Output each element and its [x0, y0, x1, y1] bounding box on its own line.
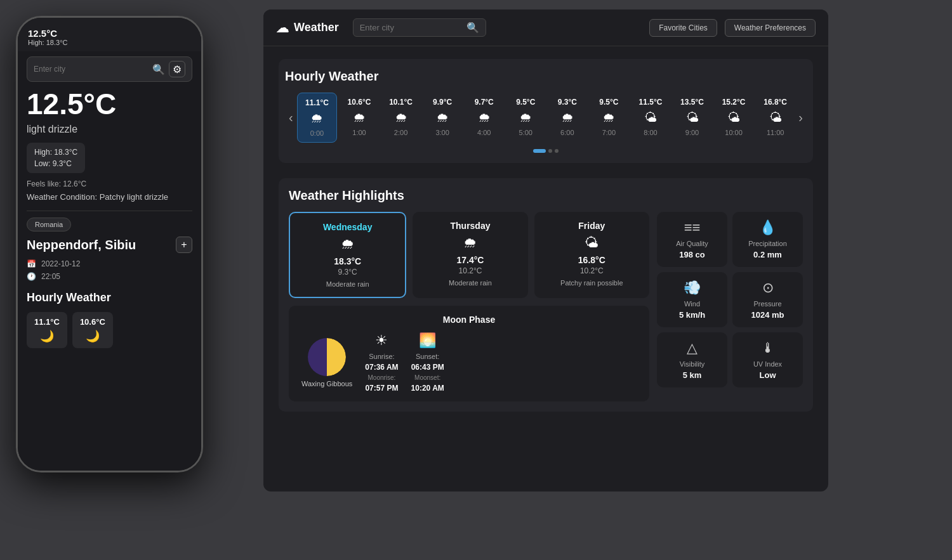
day-weather-icon-0: 🌧: [341, 236, 355, 252]
phone-settings-button[interactable]: ⚙: [169, 61, 185, 77]
phone-search-input[interactable]: [34, 65, 149, 74]
stat-label-1: Precipitation: [748, 240, 787, 247]
moon-phase-card: Moon Phase Waxing Gibbous: [289, 306, 649, 401]
search-bar[interactable]: 🔍: [353, 18, 486, 37]
stats-row-2: △ Visibility 5 km 🌡 UV Index Low: [657, 332, 803, 387]
weather-preferences-button[interactable]: Weather Preferences: [725, 19, 816, 37]
hourly-item-4[interactable]: 9.7°C 🌧 4:00: [465, 93, 504, 143]
phone-time-row: 🕐 22:05: [27, 272, 192, 281]
hourly-item-9[interactable]: 13.5°C 🌤 9:00: [673, 93, 712, 143]
stat-label-5: UV Index: [753, 360, 782, 368]
weather-highlights-title: Weather Highlights: [289, 188, 803, 203]
hourly-temp-3: 9.9°C: [433, 98, 452, 107]
favorite-cities-button[interactable]: Favorite Cities: [649, 19, 717, 37]
clock-icon: 🕐: [27, 272, 36, 281]
day-name-2: Friday: [578, 221, 605, 231]
day-high-1: 17.4°C: [457, 255, 484, 265]
hourly-item-0[interactable]: 11.1°C 🌧 0:00: [297, 93, 338, 143]
hourly-prev-button[interactable]: ‹: [285, 110, 297, 125]
hourly-item-1[interactable]: 10.6°C 🌧 1:00: [340, 93, 379, 143]
day-low-1: 10.2°C: [459, 266, 482, 275]
hourly-temp-6: 9.3°C: [558, 98, 577, 107]
hourly-weather-icon-9: 🌤: [686, 110, 699, 125]
phone-divider: [27, 211, 192, 211]
hourly-items-list: 11.1°C 🌧 0:00 10.6°C 🌧 1:00 10.1°C 🌧 2:0…: [297, 93, 795, 143]
hourly-weather-icon-11: 🌤: [769, 110, 782, 125]
phone-top-bar: 12.5°C High: 18.3°C: [18, 18, 201, 51]
phone-hourly-icon-0: 🌙: [40, 329, 54, 343]
stat-value-2: 5 km/h: [679, 310, 705, 320]
hourly-item-8[interactable]: 11.5°C 🌤 8:00: [631, 93, 670, 143]
day-card-thursday[interactable]: Thursday 🌧 17.4°C 10.2°C Moderate rain: [413, 212, 527, 298]
phone-weather-condition: Weather Condition: Patchy light drizzle: [27, 192, 192, 202]
sunset-icon: 🌅: [419, 332, 436, 349]
phone-hourly-title: Hourly Weather: [27, 291, 192, 304]
hourly-time-11: 11:00: [767, 129, 784, 136]
topbar: ☁ Weather 🔍 Favorite Cities Weather Pref…: [263, 10, 828, 46]
moon-image: [308, 338, 346, 376]
hourly-item-3[interactable]: 9.9°C 🌧 3:00: [423, 93, 462, 143]
moonset-label: Moonset:: [414, 374, 440, 381]
stat-card-precipitation: 💧 Precipitation 0.2 mm: [732, 212, 803, 267]
hourly-item-2[interactable]: 10.1°C 🌧 2:00: [381, 93, 421, 143]
sunrise-time: 07:36 AM: [365, 363, 398, 372]
hourly-time-0: 0:00: [310, 129, 324, 137]
stat-value-0: 198 co: [679, 250, 704, 259]
hourly-weather-icon-2: 🌧: [395, 110, 407, 125]
sunrise-icon: ☀: [375, 332, 388, 349]
hourly-weather-icon-7: 🌧: [602, 110, 615, 125]
hourly-item-11[interactable]: 16.8°C 🌤 11:00: [756, 93, 795, 143]
hourly-item-6[interactable]: 9.3°C 🌧 6:00: [548, 93, 587, 143]
hourly-scroll-container: ‹ 11.1°C 🌧 0:00 10.6°C 🌧 1:00 10.1°C 🌧 2…: [285, 93, 807, 143]
stats-row-0: ≡≡ Air Quality 198 co 💧 Precipitation 0.…: [657, 212, 803, 267]
search-input[interactable]: [360, 23, 461, 32]
hourly-time-4: 4:00: [477, 129, 491, 136]
hourly-time-8: 8:00: [644, 129, 657, 136]
phone-date-row: 📅 2022-10-12: [27, 259, 192, 268]
stat-value-5: Low: [760, 370, 776, 380]
phone-hourly-preview: 11.1°C 🌙 10.6°C 🌙: [27, 312, 192, 348]
day-name-1: Thursday: [450, 221, 490, 231]
stat-value-3: 1024 mb: [751, 310, 784, 320]
day-weather-icon-2: 🌤: [585, 235, 598, 251]
day-temps-2: 16.8°C 10.2°C: [578, 255, 605, 275]
stat-card-wind: 💨 Wind 5 km/h: [657, 272, 727, 327]
phone-hourly-temp-0: 11.1°C: [34, 317, 60, 327]
phone-feels-like: Feels like: 12.6°C: [27, 179, 192, 188]
hourly-time-3: 3:00: [435, 129, 449, 136]
phone-high: High: 18.3°C: [34, 148, 77, 157]
highlights-grid: Wednesday 🌧 18.3°C 9.3°C Moderate rain T…: [289, 212, 803, 401]
phone-search-icon: 🔍: [152, 63, 165, 75]
stat-value-4: 5 km: [683, 370, 702, 380]
phone-add-city-button[interactable]: +: [176, 237, 192, 253]
hourly-temp-4: 9.7°C: [475, 98, 494, 107]
hourly-item-5[interactable]: 9.5°C 🌧 5:00: [506, 93, 545, 143]
hourly-item-10[interactable]: 15.2°C 🌤 10:00: [714, 93, 753, 143]
hourly-temp-10: 15.2°C: [722, 98, 746, 107]
hourly-time-2: 2:00: [394, 129, 407, 136]
phone-condition: light drizzle: [27, 124, 192, 135]
sunset-time: 06:43 PM: [411, 363, 444, 372]
hourly-temp-8: 11.5°C: [639, 98, 663, 107]
hourly-next-button[interactable]: ›: [795, 110, 807, 125]
phone-low: Low: 9.3°C: [34, 159, 77, 168]
day-high-0: 18.3°C: [334, 256, 361, 266]
phone-content: 12.5°C High: 18.3°C 🔍 ⚙ 12.5°C light dri…: [18, 18, 201, 471]
hourly-temp-0: 11.1°C: [305, 98, 329, 107]
day-cards: Wednesday 🌧 18.3°C 9.3°C Moderate rain T…: [289, 212, 649, 298]
scroll-dot-2: [548, 149, 552, 153]
sunrise-col: ☀ Sunrise: 07:36 AM Moonrise: 07:57 PM: [365, 332, 398, 393]
sunrise-label: Sunrise:: [369, 353, 394, 360]
day-card-wednesday[interactable]: Wednesday 🌧 18.3°C 9.3°C Moderate rain: [289, 212, 406, 298]
hourly-weather-section: Hourly Weather ‹ 11.1°C 🌧 0:00 10.6°C 🌧 …: [279, 59, 813, 163]
hourly-time-6: 6:00: [560, 129, 574, 136]
phone-temp-display: 12.5°C: [28, 28, 68, 39]
phone-date: 2022-10-12: [41, 259, 80, 268]
hourly-item-7[interactable]: 9.5°C 🌧 7:00: [590, 93, 629, 143]
scroll-dot-1: [533, 149, 546, 153]
search-icon: 🔍: [466, 22, 479, 34]
day-card-friday[interactable]: Friday 🌤 16.8°C 10.2°C Patchy rain possi…: [534, 212, 649, 298]
cloud-icon: ☁: [276, 20, 289, 36]
hourly-temp-2: 10.1°C: [389, 98, 413, 107]
phone-search-bar[interactable]: 🔍 ⚙: [27, 56, 192, 82]
